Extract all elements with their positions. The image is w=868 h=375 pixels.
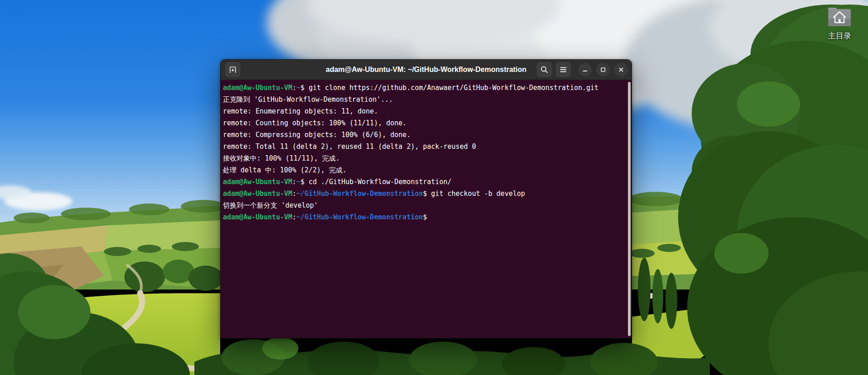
titlebar[interactable]: adam@Aw-Ubuntu-VM: ~/GitHub-Workflow-Dem… xyxy=(221,60,632,80)
terminal-line: 接收对象中: 100% (11/11), 完成. xyxy=(223,152,623,164)
new-tab-icon xyxy=(228,65,237,74)
terminal-line: adam@Aw-Ubuntu-VM:~$ cd ./GitHub-Workflo… xyxy=(223,176,623,188)
terminal-line: 切换到一个新分支 'develop' xyxy=(223,199,623,211)
home-folder-icon xyxy=(827,5,852,29)
menu-button[interactable] xyxy=(556,62,571,77)
close-icon xyxy=(618,66,624,73)
terminal-output: adam@Aw-Ubuntu-VM:~$ git clone https://g… xyxy=(223,82,623,223)
maximize-button[interactable] xyxy=(596,63,610,76)
home-icon-label: 主目录 xyxy=(828,31,851,41)
terminal-content[interactable]: adam@Aw-Ubuntu-VM:~$ git clone https://g… xyxy=(221,80,632,338)
terminal-line: remote: Compressing objects: 100% (6/6),… xyxy=(223,129,623,141)
terminal-line: 处理 delta 中: 100% (2/2), 完成. xyxy=(223,164,623,176)
new-tab-button[interactable] xyxy=(225,62,241,77)
terminal-line: 正克隆到 'GitHub-Workflow-Demonstration'... xyxy=(223,94,623,105)
home-directory-desktop-icon[interactable]: 主目录 xyxy=(822,5,857,41)
hamburger-menu-icon xyxy=(559,66,567,74)
search-button[interactable] xyxy=(537,62,552,77)
minimize-button[interactable] xyxy=(578,63,592,76)
desktop: 主目录 adam@Aw-Ubuntu-VM: ~/GitHub-Workflow… xyxy=(0,0,868,375)
maximize-icon xyxy=(600,66,606,73)
terminal-line: adam@Aw-Ubuntu-VM:~/GitHub-Workflow-Demo… xyxy=(223,211,623,223)
search-icon xyxy=(540,66,548,74)
terminal-line: adam@Aw-Ubuntu-VM:~$ git clone https://g… xyxy=(223,82,623,94)
terminal-line: remote: Total 11 (delta 2), reused 11 (d… xyxy=(223,141,623,152)
minimize-icon xyxy=(582,66,588,73)
terminal-line: remote: Enumerating objects: 11, done. xyxy=(223,105,623,117)
terminal-scrollbar[interactable] xyxy=(628,82,631,336)
terminal-line: remote: Counting objects: 100% (11/11), … xyxy=(223,117,623,129)
terminal-window: adam@Aw-Ubuntu-VM: ~/GitHub-Workflow-Dem… xyxy=(220,59,632,338)
close-button[interactable] xyxy=(614,63,628,76)
terminal-line: adam@Aw-Ubuntu-VM:~/GitHub-Workflow-Demo… xyxy=(223,188,623,199)
